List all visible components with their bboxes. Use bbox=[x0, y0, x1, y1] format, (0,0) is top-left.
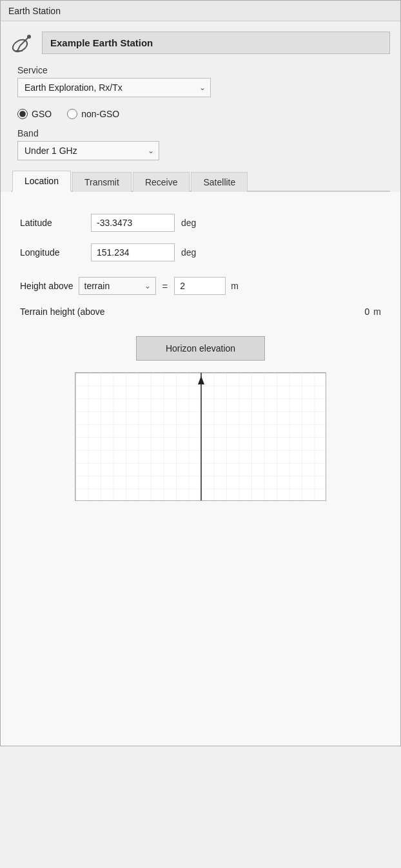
svg-line-3 bbox=[17, 46, 20, 51]
location-content: Latitude deg Longitude deg Height above … bbox=[1, 192, 400, 746]
latitude-label: Latitude bbox=[20, 218, 91, 228]
tab-location[interactable]: Location bbox=[12, 171, 71, 192]
chart-grid-svg bbox=[75, 373, 326, 500]
service-select[interactable]: Earth Exploration, Rx/Tx Fixed Mobile Br… bbox=[17, 78, 211, 97]
height-unit: m bbox=[231, 281, 239, 291]
non-gso-radio-label[interactable]: non-GSO bbox=[67, 109, 119, 119]
service-label: Service bbox=[17, 65, 384, 75]
terrain-height-label: Terrain height (above bbox=[20, 307, 365, 317]
service-select-wrapper: Earth Exploration, Rx/Tx Fixed Mobile Br… bbox=[17, 78, 211, 97]
height-dropdown[interactable]: terrain sea level ground bbox=[79, 277, 156, 295]
longitude-label: Longitude bbox=[20, 247, 91, 258]
non-gso-radio[interactable] bbox=[67, 109, 77, 119]
height-above-label: Height above bbox=[20, 281, 73, 291]
height-value-input[interactable] bbox=[174, 277, 226, 295]
tabs-bar: Location Transmit Receive Satellite bbox=[11, 169, 390, 192]
band-select-wrapper: Under 1 GHz 1-3 GHz 3-10 GHz Above 10 GH… bbox=[17, 141, 159, 160]
latitude-input[interactable] bbox=[91, 214, 175, 232]
gso-radio[interactable] bbox=[17, 109, 28, 119]
longitude-row: Longitude deg bbox=[20, 243, 381, 261]
horizon-elevation-button[interactable]: Horizon elevation bbox=[136, 336, 265, 361]
tab-transmit[interactable]: Transmit bbox=[72, 172, 132, 192]
station-name: Example Earth Station bbox=[42, 32, 390, 54]
satellite-dish-icon bbox=[11, 30, 35, 55]
orbit-radio-group: GSO non-GSO bbox=[11, 104, 390, 124]
station-header: Example Earth Station bbox=[11, 30, 390, 55]
window-title: Earth Station bbox=[8, 6, 61, 16]
top-section: Example Earth Station Service Earth Expl… bbox=[1, 21, 400, 192]
non-gso-label: non-GSO bbox=[81, 109, 119, 119]
title-bar: Earth Station bbox=[1, 1, 400, 21]
svg-rect-5 bbox=[75, 373, 326, 500]
service-group: Service Earth Exploration, Rx/Tx Fixed M… bbox=[11, 65, 390, 97]
band-group: Band Under 1 GHz 1-3 GHz 3-10 GHz Above … bbox=[11, 128, 390, 160]
horizon-chart bbox=[75, 372, 326, 501]
terrain-height-row: Terrain height (above 0 m bbox=[20, 307, 381, 317]
gso-radio-label[interactable]: GSO bbox=[17, 109, 52, 119]
tab-satellite[interactable]: Satellite bbox=[191, 172, 248, 192]
tab-receive[interactable]: Receive bbox=[133, 172, 190, 192]
longitude-unit: deg bbox=[181, 247, 196, 258]
band-label: Band bbox=[17, 128, 384, 138]
band-select[interactable]: Under 1 GHz 1-3 GHz 3-10 GHz Above 10 GH… bbox=[17, 141, 159, 160]
svg-point-2 bbox=[27, 35, 31, 39]
height-above-row: Height above terrain sea level ground ⌄ … bbox=[20, 277, 381, 295]
terrain-height-unit: m bbox=[373, 307, 381, 317]
longitude-input[interactable] bbox=[91, 243, 175, 261]
height-dropdown-wrapper: terrain sea level ground ⌄ bbox=[79, 277, 156, 295]
main-window: Earth Station Example Earth Station Serv… bbox=[0, 0, 401, 746]
terrain-height-value: 0 bbox=[365, 307, 370, 317]
equals-sign: = bbox=[162, 281, 168, 292]
latitude-row: Latitude deg bbox=[20, 214, 381, 232]
latitude-unit: deg bbox=[181, 218, 196, 228]
gso-label: GSO bbox=[32, 109, 52, 119]
